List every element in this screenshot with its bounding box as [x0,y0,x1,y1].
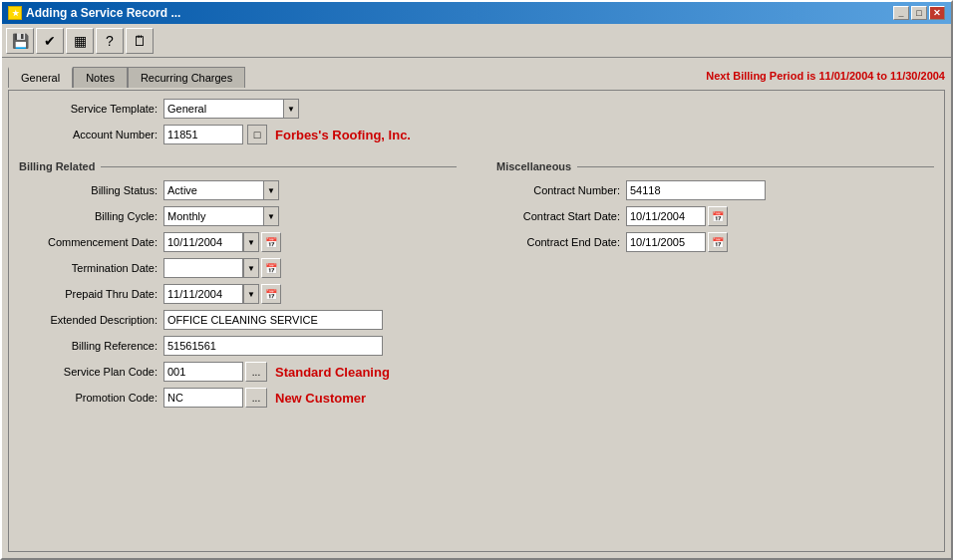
billing-related-label: Billing Related [19,160,95,172]
contract-start-date-input[interactable] [626,206,706,226]
commencement-date-group: ▼ 📅 [163,232,281,252]
billing-period-label: Next Billing Period is 11/01/2004 to 11/… [706,70,945,82]
billing-status-label: Billing Status: [19,184,163,196]
misc-divider-line [577,166,934,167]
billing-related-section: Billing Related Billing Status: ▼ Billin [19,156,476,414]
service-template-label: Service Template: [19,103,163,115]
termination-date-calendar[interactable]: 📅 [261,258,281,278]
contract-start-date-group: 📅 [626,206,728,226]
contract-end-date-calendar[interactable]: 📅 [708,232,728,252]
commencement-date-input[interactable] [163,232,243,252]
contract-start-date-calendar[interactable]: 📅 [708,206,728,226]
termination-date-arrow[interactable]: ▼ [243,258,259,278]
export-toolbar-button[interactable]: 🗒 [126,28,154,54]
account-number-input[interactable] [163,125,243,144]
billing-reference-label: Billing Reference: [19,340,163,352]
termination-date-label: Termination Date: [19,262,163,274]
tab-content: Service Template: ▼ Account Number: □ Fo… [8,90,945,552]
billing-cycle-row: Billing Cycle: ▼ [19,206,457,226]
two-columns: Billing Related Billing Status: ▼ Billin [19,156,934,414]
billing-cycle-field: ▼ [163,206,279,226]
toolbar: 💾 ✔ ▦ ? 🗒 [2,24,951,58]
close-button[interactable]: ✕ [929,6,945,20]
prepaid-thru-date-calendar[interactable]: 📅 [261,284,281,304]
title-bar-left: ★ Adding a Service Record ... [8,6,180,20]
billing-status-row: Billing Status: ▼ [19,180,457,200]
account-number-label: Account Number: [19,129,163,140]
miscellaneous-label: Miscellaneous [496,160,571,172]
grid-toolbar-button[interactable]: ▦ [66,28,94,54]
main-window: ★ Adding a Service Record ... _ □ ✕ 💾 ✔ … [0,0,953,560]
termination-date-group: ▼ 📅 [163,258,281,278]
help-toolbar-button[interactable]: ? [96,28,124,54]
maximize-button[interactable]: □ [911,6,927,20]
promotion-code-label: Promotion Code: [19,392,163,404]
billing-status-arrow[interactable]: ▼ [263,180,279,200]
service-plan-code-row: Service Plan Code: ... Standard Cleaning [19,362,457,382]
window-title: Adding a Service Record ... [26,6,180,20]
extended-description-label: Extended Description: [19,314,163,326]
promotion-code-input[interactable] [163,388,243,408]
miscellaneous-divider: Miscellaneous [496,160,934,172]
termination-date-row: Termination Date: ▼ 📅 [19,258,457,278]
prepaid-thru-date-row: Prepaid Thru Date: ▼ 📅 [19,284,457,304]
billing-reference-row: Billing Reference: [19,336,457,356]
service-template-field: ▼ [163,99,299,119]
service-template-row: Service Template: ▼ [19,99,934,119]
save-toolbar-button[interactable]: 💾 [6,28,34,54]
extended-description-row: Extended Description: [19,310,457,330]
billing-cycle-arrow[interactable]: ▼ [263,206,279,226]
prepaid-thru-date-arrow[interactable]: ▼ [243,284,259,304]
billing-cycle-label: Billing Cycle: [19,210,163,222]
service-plan-code-label: Service Plan Code: [19,366,163,378]
account-number-row: Account Number: □ Forbes's Roofing, Inc. [19,125,934,144]
commencement-date-arrow[interactable]: ▼ [243,232,259,252]
commencement-date-calendar[interactable]: 📅 [261,232,281,252]
contract-end-date-row: Contract End Date: 📅 [496,232,934,252]
billing-divider-line [101,166,457,167]
contract-number-label: Contract Number: [496,184,626,196]
commencement-date-row: Commencement Date: ▼ 📅 [19,232,457,252]
billing-cycle-input[interactable] [163,206,263,226]
miscellaneous-section: Miscellaneous Contract Number: Contract … [476,156,934,414]
billing-status-input[interactable] [163,180,263,200]
minimize-button[interactable]: _ [893,6,909,20]
title-bar: ★ Adding a Service Record ... _ □ ✕ [2,2,951,24]
promotion-code-lookup[interactable]: ... [245,388,267,408]
content-area: General Notes Recurring Charges Next Bil… [2,58,951,558]
commencement-date-label: Commencement Date: [19,236,163,248]
title-buttons: _ □ ✕ [893,6,945,20]
service-plan-code-lookup[interactable]: ... [245,362,267,382]
service-template-input[interactable] [163,99,283,119]
extended-description-input[interactable] [163,310,383,330]
prepaid-thru-date-input[interactable] [163,284,243,304]
prepaid-thru-date-group: ▼ 📅 [163,284,281,304]
promotion-code-name: New Customer [275,391,366,406]
contract-start-date-label: Contract Start Date: [496,210,626,222]
window-icon: ★ [8,6,22,20]
tab-recurring-charges[interactable]: Recurring Charges [128,67,245,88]
contract-number-input[interactable] [626,180,766,200]
service-plan-code-input[interactable] [163,362,243,382]
contract-start-date-row: Contract Start Date: 📅 [496,206,934,226]
contract-end-date-group: 📅 [626,232,728,252]
tab-bar: General Notes Recurring Charges [8,64,245,88]
tabs-row: General Notes Recurring Charges Next Bil… [8,64,945,88]
service-plan-code-name: Standard Cleaning [275,365,390,380]
contract-number-row: Contract Number: [496,180,934,200]
check-toolbar-button[interactable]: ✔ [36,28,64,54]
tab-general[interactable]: General [8,67,73,88]
account-lookup-button[interactable]: □ [247,125,267,144]
service-template-arrow[interactable]: ▼ [283,99,299,119]
account-name: Forbes's Roofing, Inc. [275,128,411,142]
promotion-code-row: Promotion Code: ... New Customer [19,388,457,408]
prepaid-thru-date-label: Prepaid Thru Date: [19,288,163,300]
contract-end-date-input[interactable] [626,232,706,252]
billing-status-field: ▼ [163,180,279,200]
tab-notes[interactable]: Notes [73,67,128,88]
termination-date-input[interactable] [163,258,243,278]
billing-related-divider: Billing Related [19,160,457,172]
contract-end-date-label: Contract End Date: [496,236,626,248]
billing-reference-input[interactable] [163,336,383,356]
